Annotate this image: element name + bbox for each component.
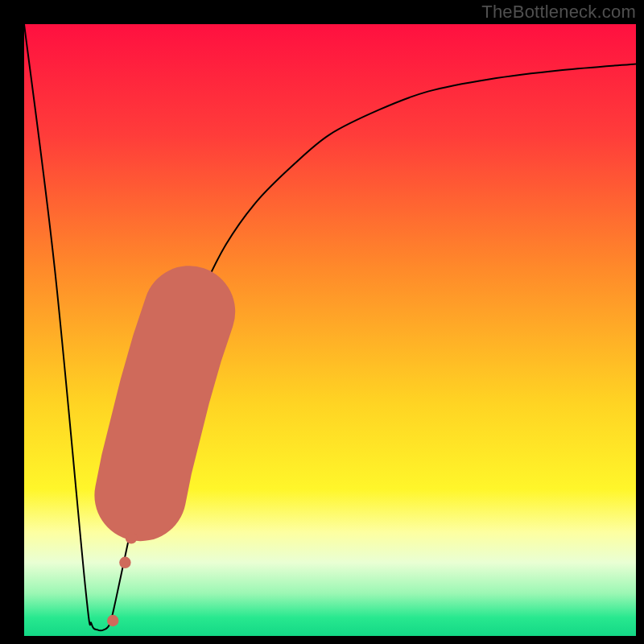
watermark-text: TheBottleneck.com: [481, 2, 636, 23]
chart-frame: TheBottleneck.com: [0, 0, 644, 644]
highlight-dot: [119, 557, 130, 568]
curve-layer: [24, 24, 636, 636]
highlight-dot: [107, 615, 118, 626]
plot-area: [24, 24, 636, 636]
highlight-dot: [126, 532, 137, 543]
bottleneck-curve: [24, 24, 636, 630]
highlight-bar: [140, 312, 189, 495]
